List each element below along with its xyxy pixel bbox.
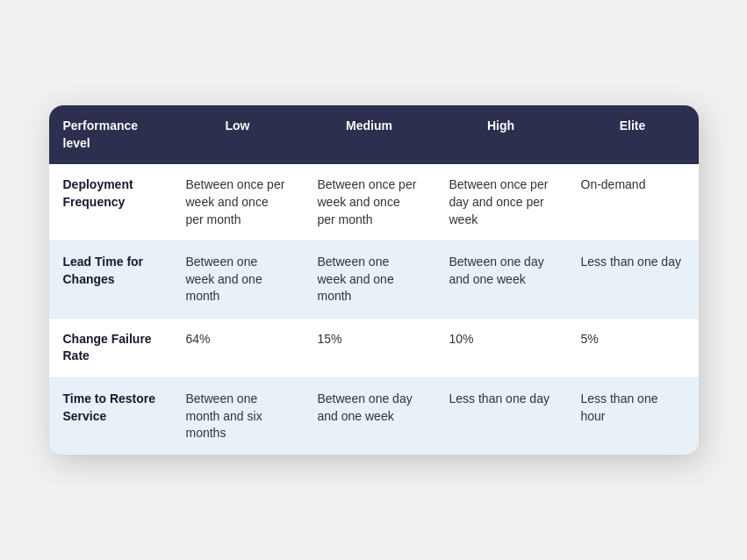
row-label: Deployment Frequency <box>49 164 172 241</box>
cell-high: Between once per day and once per week <box>435 164 567 241</box>
row-label: Lead Time for Changes <box>49 241 172 319</box>
cell-low: 64% <box>172 318 304 377</box>
cell-elite: 5% <box>567 318 699 377</box>
header-high: High <box>435 105 567 164</box>
header-low: Low <box>172 105 304 164</box>
cell-elite: Less than one day <box>567 241 699 319</box>
header-metric: Performance level <box>49 105 172 164</box>
cell-low: Between one month and six months <box>172 378 304 455</box>
table-row: Deployment FrequencyBetween once per wee… <box>49 164 699 241</box>
header-medium: Medium <box>304 105 435 164</box>
row-label: Change Failure Rate <box>49 318 172 377</box>
cell-low: Between one week and one month <box>172 241 304 319</box>
cell-medium: Between one week and one month <box>304 241 435 319</box>
row-label: Time to Restore Service <box>49 378 172 455</box>
cell-high: Less than one day <box>435 378 567 455</box>
cell-medium: Between one day and one week <box>304 378 435 455</box>
table-row: Change Failure Rate64%15%10%5% <box>49 318 699 377</box>
table-row: Time to Restore ServiceBetween one month… <box>49 378 699 455</box>
cell-high: 10% <box>435 318 567 377</box>
cell-elite: On-demand <box>567 164 699 241</box>
cell-high: Between one day and one week <box>435 241 567 319</box>
cell-medium: Between once per week and once per month <box>304 164 435 241</box>
table-row: Lead Time for ChangesBetween one week an… <box>49 241 699 319</box>
cell-medium: 15% <box>304 318 435 377</box>
performance-table: Performance level Low Medium High Elite … <box>49 105 699 455</box>
cell-elite: Less than one hour <box>567 378 699 455</box>
header-elite: Elite <box>567 105 699 164</box>
performance-table-card: Performance level Low Medium High Elite … <box>49 105 699 455</box>
cell-low: Between once per week and once per month <box>172 164 304 241</box>
